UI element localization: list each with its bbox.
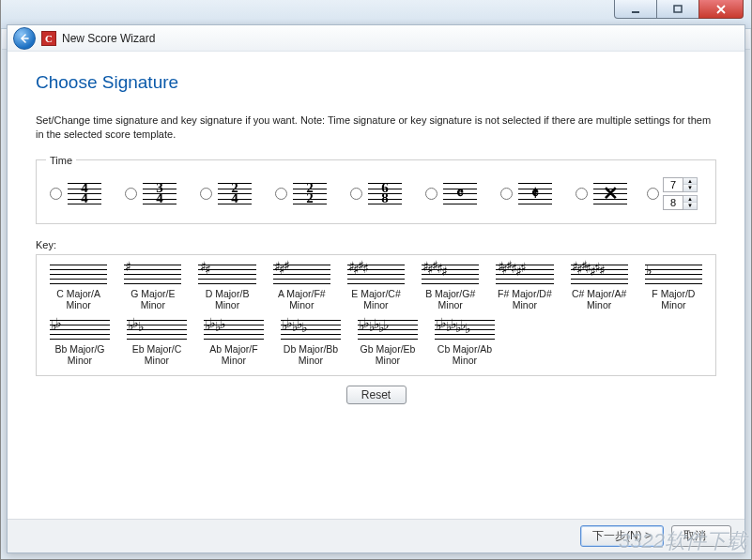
- time-sig-option[interactable]: 𝄴: [422, 179, 493, 207]
- key-sig-label: B Major/G#Minor: [416, 288, 484, 310]
- key-sig-option[interactable]: ♭♭♭♭♭♭♭Cb Major/AbMinor: [429, 318, 500, 366]
- key-sig-option[interactable]: ♯♯♯A Major/F#Minor: [268, 263, 336, 310]
- key-sig-option[interactable]: ♭♭Bb Major/GMinor: [44, 318, 115, 366]
- time-sig-option[interactable]: 68: [346, 179, 418, 207]
- custom-time-sig: 7▲▼8▲▼: [663, 177, 698, 210]
- time-sig-option[interactable]: 22: [271, 179, 343, 207]
- time-sig-radio[interactable]: [200, 188, 212, 200]
- time-sig-option[interactable]: ✕: [572, 179, 643, 207]
- time-sig-option[interactable]: 𝄵: [497, 179, 568, 207]
- key-sig-option[interactable]: C Major/AMinor: [44, 263, 113, 310]
- time-sig-option[interactable]: 34: [121, 179, 192, 207]
- key-sig-label: D Major/BMinor: [192, 288, 261, 310]
- key-sig-glyph: ♯♯♯♯♯♯♯: [571, 263, 628, 285]
- key-sig-option[interactable]: ♯♯♯♯♯♯F# Major/D#Minor: [490, 263, 559, 310]
- key-sig-label: Db Major/BbMinor: [275, 343, 346, 366]
- time-sig-radio[interactable]: [576, 188, 588, 200]
- key-sig-option[interactable]: ♭♭♭♭♭Db Major/BbMinor: [275, 318, 346, 366]
- time-sig-glyph: 22: [293, 179, 327, 207]
- wizard-dialog: C New Score Wizard Choose Signature Set/…: [7, 24, 745, 553]
- time-legend: Time: [46, 155, 76, 166]
- key-sig-label: Bb Major/GMinor: [44, 343, 115, 366]
- spin-up-icon[interactable]: ▲: [683, 196, 697, 203]
- key-sig-glyph: ♭♭♭♭♭♭♭: [435, 318, 495, 341]
- key-sig-option[interactable]: ♭♭♭♭♭♭Gb Major/EbMinor: [352, 318, 423, 366]
- key-sig-glyph: [50, 263, 107, 285]
- key-sig-glyph: ♭♭♭♭♭♭: [358, 318, 418, 341]
- key-sig-label: Ab Major/FMinor: [198, 343, 269, 366]
- key-sig-option[interactable]: ♭F Major/DMinor: [639, 263, 708, 310]
- close-button[interactable]: [698, 0, 744, 19]
- key-sig-glyph: ♯♯♯♯♯: [422, 263, 479, 285]
- cancel-button[interactable]: 取消: [671, 525, 731, 547]
- time-sig-glyph: 𝄴: [443, 179, 477, 207]
- spin-down-icon[interactable]: ▼: [683, 203, 697, 209]
- key-sig-glyph: ♯: [124, 263, 181, 285]
- page-heading: Choose Signature: [36, 72, 716, 93]
- key-sig-label: C Major/AMinor: [44, 288, 113, 310]
- key-sig-label: F Major/DMinor: [639, 288, 708, 310]
- time-sig-radio[interactable]: [125, 188, 137, 200]
- time-sig-option[interactable]: 44: [46, 179, 117, 207]
- key-sig-glyph: ♭♭♭♭♭: [281, 318, 341, 341]
- back-button[interactable]: [13, 27, 36, 50]
- app-icon: C: [41, 31, 56, 46]
- key-sig-label: E Major/C#Minor: [342, 288, 410, 310]
- key-sig-option[interactable]: ♭♭♭♭Ab Major/FMinor: [198, 318, 269, 366]
- key-sig-option[interactable]: ♯♯♯♯♯♯♯C# Major/A#Minor: [565, 263, 634, 310]
- reset-button[interactable]: Reset: [346, 386, 407, 404]
- key-sig-glyph: ♭♭: [50, 318, 110, 341]
- key-sig-glyph: ♯♯♯♯♯♯: [496, 263, 553, 285]
- time-sig-glyph: 68: [368, 179, 402, 207]
- custom-ts-top[interactable]: 7: [663, 177, 683, 192]
- time-sig-glyph: 24: [218, 179, 252, 207]
- key-sig-glyph: ♭♭♭: [127, 318, 187, 341]
- key-sig-option[interactable]: ♯♯D Major/BMinor: [192, 263, 261, 310]
- key-sig-label: F# Major/D#Minor: [490, 288, 559, 310]
- time-sig-custom-radio[interactable]: [647, 188, 659, 200]
- minimize-button[interactable]: [614, 0, 657, 19]
- spin-down-icon[interactable]: ▼: [683, 185, 697, 191]
- time-sig-glyph: 34: [143, 179, 176, 207]
- wizard-footer: 下一步(N) > 取消: [8, 519, 744, 552]
- time-signature-group: Time 4434242268𝄴𝄵✕7▲▼8▲▼: [36, 155, 716, 224]
- maximize-button[interactable]: [656, 0, 699, 19]
- wizard-titlebar: C New Score Wizard: [8, 25, 744, 52]
- key-sig-option[interactable]: ♭♭♭Eb Major/CMinor: [121, 318, 192, 366]
- key-sig-label: Eb Major/CMinor: [121, 343, 192, 366]
- key-sig-glyph: ♯♯♯♯: [347, 263, 405, 285]
- key-sig-label: A Major/F#Minor: [268, 288, 336, 310]
- time-sig-radio[interactable]: [425, 188, 437, 200]
- key-sig-option[interactable]: ♯G Major/EMinor: [118, 263, 187, 310]
- key-sig-glyph: ♯♯: [198, 263, 255, 285]
- time-sig-glyph: ✕: [593, 179, 627, 207]
- next-button[interactable]: 下一步(N) >: [580, 525, 664, 547]
- time-sig-radio[interactable]: [275, 188, 287, 200]
- wizard-title: New Score Wizard: [62, 32, 155, 45]
- key-sig-glyph: ♭♭♭♭: [204, 318, 264, 341]
- key-sig-option[interactable]: ♯♯♯♯♯B Major/G#Minor: [416, 263, 484, 310]
- custom-ts-bot[interactable]: 8: [663, 195, 683, 210]
- key-sig-option[interactable]: ♯♯♯♯E Major/C#Minor: [342, 263, 410, 310]
- time-sig-glyph: 44: [68, 179, 101, 207]
- key-sig-glyph: ♯♯♯: [273, 263, 330, 285]
- key-label: Key:: [36, 239, 716, 250]
- key-sig-label: Gb Major/EbMinor: [352, 343, 423, 366]
- spin-up-icon[interactable]: ▲: [683, 178, 697, 185]
- svg-rect-1: [674, 6, 682, 12]
- key-sig-glyph: ♭: [645, 263, 702, 285]
- key-sig-label: Cb Major/AbMinor: [429, 343, 500, 366]
- key-sig-label: C# Major/A#Minor: [565, 288, 634, 310]
- time-sig-glyph: 𝄵: [518, 179, 552, 207]
- page-description: Set/Change time signature and key signat…: [36, 114, 716, 142]
- time-sig-option[interactable]: 24: [196, 179, 268, 207]
- time-sig-radio[interactable]: [50, 188, 62, 200]
- time-sig-radio[interactable]: [350, 188, 362, 200]
- key-signature-group: C Major/AMinor♯G Major/EMinor♯♯D Major/B…: [36, 254, 716, 376]
- key-sig-label: G Major/EMinor: [118, 288, 187, 310]
- svg-rect-0: [632, 11, 639, 13]
- time-sig-radio[interactable]: [500, 188, 513, 200]
